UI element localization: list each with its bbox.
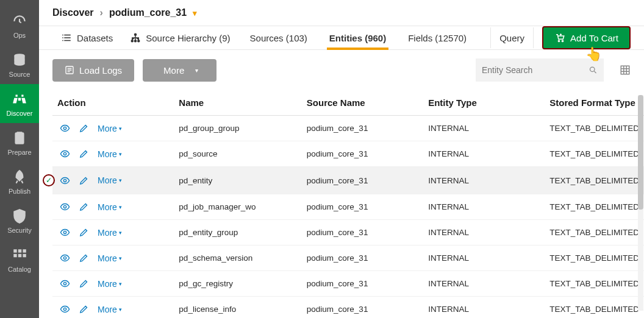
- row-more-menu[interactable]: More▾: [98, 253, 122, 263]
- edit-icon[interactable]: [79, 304, 89, 314]
- svg-point-16: [590, 67, 595, 72]
- sidebar-item-label: Publish: [9, 188, 30, 195]
- table-header-row: Action Name Source Name Entity Type Stor…: [52, 90, 644, 116]
- edit-icon[interactable]: [79, 202, 89, 212]
- edit-icon[interactable]: [79, 227, 89, 238]
- query-button[interactable]: Query: [491, 26, 533, 49]
- table-row[interactable]: More▾pd_schema_versionpodium_core_31INTE…: [52, 246, 644, 271]
- log-icon: [65, 65, 74, 75]
- datasets-menu[interactable]: Datasets: [52, 26, 121, 49]
- database-icon: [12, 52, 27, 68]
- load-logs-button[interactable]: Load Logs: [52, 59, 134, 82]
- chevron-down-icon[interactable]: ▾: [193, 9, 197, 18]
- svg-point-10: [131, 40, 133, 42]
- row-more-menu[interactable]: More▾: [98, 175, 122, 185]
- row-more-label: More: [98, 175, 117, 185]
- view-icon[interactable]: [60, 149, 70, 159]
- cell-name: pd_group_group: [174, 116, 301, 141]
- cell-source-name: podium_core_31: [302, 220, 423, 246]
- edit-icon[interactable]: [79, 149, 89, 159]
- chevron-down-icon: ▾: [119, 125, 122, 132]
- sidebar-item-ops[interactable]: Ops: [0, 6, 39, 45]
- sidebar-item-source[interactable]: Source: [0, 45, 39, 84]
- columns-icon[interactable]: [620, 65, 631, 76]
- sidebar-item-discover[interactable]: Discover: [0, 84, 39, 123]
- tab-label: Fields (12570): [408, 33, 467, 43]
- breadcrumb: Discover › podium_core_31 ▾: [39, 0, 644, 26]
- row-more-menu[interactable]: More▾: [98, 228, 122, 238]
- view-icon[interactable]: [60, 202, 70, 212]
- search-icon[interactable]: [589, 65, 598, 75]
- row-more-label: More: [98, 279, 117, 289]
- view-icon[interactable]: [60, 227, 70, 238]
- scrollbar-thumb[interactable]: [638, 95, 643, 210]
- col-name[interactable]: Name: [174, 90, 301, 116]
- view-icon[interactable]: [60, 253, 70, 263]
- scrollbar-track[interactable]: [638, 95, 643, 311]
- svg-point-22: [63, 231, 66, 233]
- edit-icon[interactable]: [79, 175, 89, 186]
- sidebar-item-publish[interactable]: Publish: [0, 162, 39, 201]
- svg-point-11: [135, 40, 137, 42]
- tab-label: Entities (960): [329, 33, 386, 43]
- datasets-label: Datasets: [77, 33, 113, 43]
- add-to-cart-button[interactable]: Add To Cart: [542, 26, 631, 49]
- sidebar-item-label: Prepare: [7, 149, 31, 156]
- view-icon[interactable]: [60, 304, 70, 314]
- svg-point-2: [18, 174, 20, 176]
- table-row[interactable]: ✓More▾pd_entitypodium_core_31INTERNALTEX…: [52, 167, 644, 194]
- breadcrumb-root[interactable]: Discover: [52, 7, 94, 18]
- row-more-menu[interactable]: More▾: [98, 149, 122, 159]
- sidebar-item-catalog[interactable]: Catalog: [0, 240, 39, 279]
- cell-entity-type: INTERNAL: [423, 271, 545, 297]
- chevron-down-icon: ▾: [119, 230, 122, 236]
- tab-fields[interactable]: Fields (12570): [397, 26, 478, 49]
- cell-source-name: podium_core_31: [302, 271, 423, 297]
- view-icon[interactable]: [60, 123, 70, 133]
- tab-sources[interactable]: Sources (103): [239, 26, 318, 49]
- col-stored-format[interactable]: Stored Format Type: [545, 90, 644, 116]
- row-selected-check-icon[interactable]: ✓: [43, 174, 55, 186]
- tab-entities[interactable]: Entities (960): [318, 26, 397, 49]
- cell-source-name: podium_core_31: [302, 167, 423, 194]
- chevron-right-icon: ›: [100, 7, 103, 18]
- sidebar-item-label: Source: [9, 71, 30, 78]
- load-logs-label: Load Logs: [79, 65, 122, 76]
- breadcrumb-current[interactable]: podium_core_31: [109, 7, 187, 18]
- row-more-menu[interactable]: More▾: [98, 279, 122, 289]
- edit-icon[interactable]: [79, 123, 89, 133]
- row-more-label: More: [98, 228, 117, 238]
- table-row[interactable]: More▾pd_gc_registrypodium_core_31INTERNA…: [52, 271, 644, 297]
- table-row[interactable]: More▾pd_job_manager_wopodium_core_31INTE…: [52, 194, 644, 220]
- cell-source-name: podium_core_31: [302, 141, 423, 167]
- svg-rect-4: [18, 249, 21, 252]
- source-hierarchy-menu[interactable]: Source Hierarchy (9): [121, 26, 238, 49]
- col-entity-type[interactable]: Entity Type: [423, 90, 545, 116]
- entity-search-input[interactable]: [482, 65, 589, 75]
- cell-name: pd_license_info: [174, 297, 301, 319]
- toolbar: Datasets Source Hierarchy (9) Sources (1…: [39, 26, 644, 50]
- col-action[interactable]: Action: [52, 90, 174, 116]
- table-row[interactable]: More▾pd_entity_grouppodium_core_31INTERN…: [52, 220, 644, 246]
- edit-icon[interactable]: [79, 278, 89, 289]
- cell-name: pd_source: [174, 141, 301, 167]
- cell-entity-type: INTERNAL: [423, 116, 545, 141]
- row-more-menu[interactable]: More▾: [98, 305, 122, 314]
- table-row[interactable]: More▾pd_license_infopodium_core_31INTERN…: [52, 297, 644, 319]
- edit-icon[interactable]: [79, 253, 89, 263]
- chevron-down-icon: ▾: [119, 151, 122, 157]
- view-icon[interactable]: [60, 278, 70, 289]
- table-row[interactable]: More▾pd_sourcepodium_core_31INTERNALTEXT…: [52, 141, 644, 167]
- list-icon: [61, 32, 72, 43]
- col-source-name[interactable]: Source Name: [302, 90, 423, 116]
- table-row[interactable]: More▾pd_group_grouppodium_core_31INTERNA…: [52, 116, 644, 141]
- sidebar-item-prepare[interactable]: Prepare: [0, 123, 39, 162]
- svg-point-25: [63, 308, 66, 310]
- row-more-menu[interactable]: More▾: [98, 124, 122, 133]
- view-icon[interactable]: [60, 175, 70, 186]
- clipboard-icon: [12, 130, 27, 146]
- sidebar-item-security[interactable]: Security: [0, 201, 39, 240]
- more-actions-button[interactable]: More ▾: [143, 59, 216, 82]
- row-more-menu[interactable]: More▾: [98, 202, 122, 212]
- row-more-label: More: [98, 253, 117, 263]
